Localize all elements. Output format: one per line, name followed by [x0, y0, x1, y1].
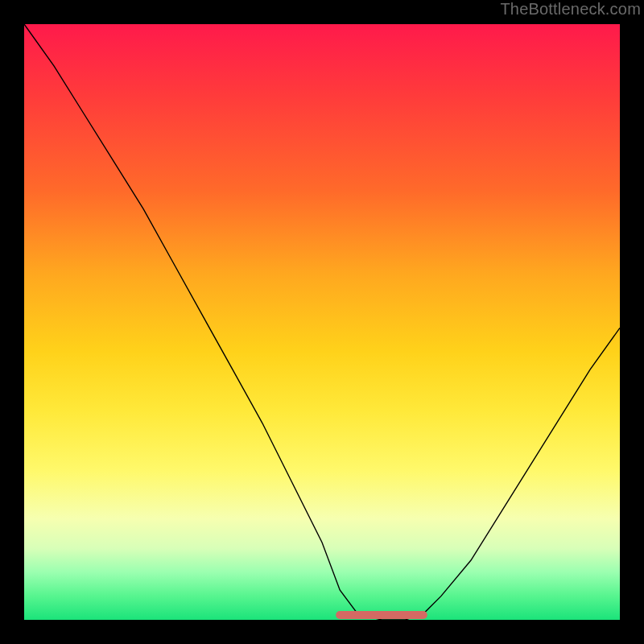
plot-area	[24, 24, 620, 620]
chart-frame: TheBottleneck.com	[0, 0, 644, 644]
bottleneck-curve	[24, 24, 620, 620]
watermark-text: TheBottleneck.com	[500, 0, 641, 19]
chart-svg	[24, 24, 620, 620]
